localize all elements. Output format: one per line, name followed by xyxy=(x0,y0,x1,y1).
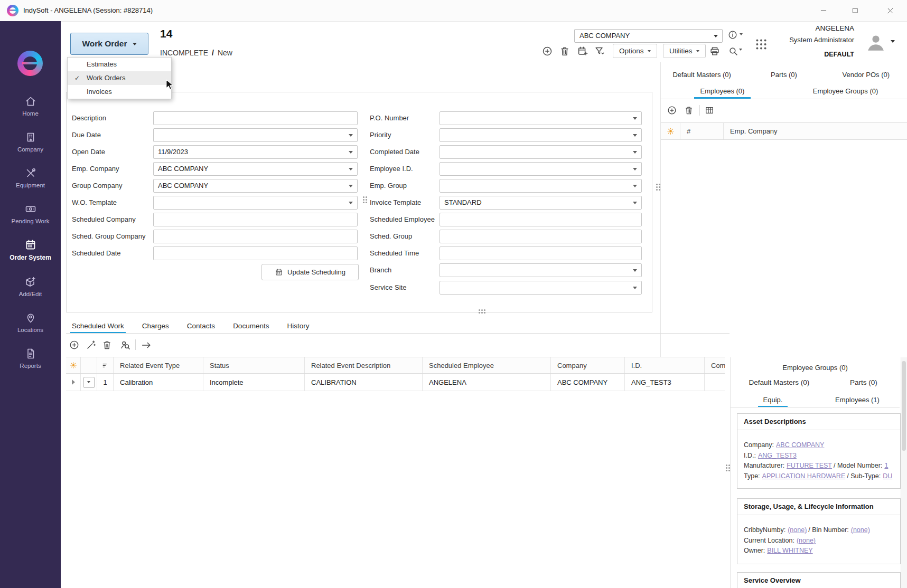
tab-default-masters[interactable]: Default Masters (0) xyxy=(661,68,743,82)
service-site-combo[interactable] xyxy=(440,281,642,295)
tab-documents[interactable]: Documents xyxy=(231,319,270,334)
col-related-event-description[interactable]: Related Event Description xyxy=(305,357,423,373)
info-button[interactable] xyxy=(727,30,738,40)
employees-columns-button[interactable] xyxy=(704,105,715,116)
tab-asset-equip[interactable]: Equip. xyxy=(731,391,815,407)
right-scrollbar-thumb[interactable] xyxy=(902,361,906,451)
sidebar-item-locations[interactable]: Locations xyxy=(0,311,61,333)
asset-company-link[interactable]: ABC COMPANY xyxy=(776,441,824,449)
company-select[interactable]: ABC COMPANY xyxy=(574,29,723,43)
completed-date-combo[interactable] xyxy=(440,145,642,159)
scheduled-employee-input[interactable] xyxy=(440,213,642,226)
sidebar-item-company[interactable]: Company xyxy=(0,131,61,153)
bin-number-link[interactable]: (none) xyxy=(851,526,870,534)
menu-item-invoices[interactable]: Invoices xyxy=(68,85,171,99)
tab-charges[interactable]: Charges xyxy=(141,319,171,334)
sidebar-item-reports[interactable]: Reports xyxy=(0,347,61,369)
sidebar-item-home[interactable]: Home xyxy=(0,95,61,117)
employees-delete-button[interactable] xyxy=(684,105,694,116)
options-button[interactable]: Options xyxy=(613,44,657,58)
menu-item-work-orders[interactable]: ✓ Work Orders xyxy=(68,71,171,85)
sched-group-company-input[interactable] xyxy=(153,230,358,243)
delete-record-button[interactable] xyxy=(559,45,571,57)
tab-contacts[interactable]: Contacts xyxy=(185,319,217,334)
search-button[interactable] xyxy=(727,45,739,57)
horizontal-splitter-grip[interactable] xyxy=(479,309,480,311)
asset-type-link[interactable]: APPLICATION HARDWARE xyxy=(762,472,846,480)
maximize-button[interactable] xyxy=(842,0,868,21)
col-company[interactable]: Company xyxy=(551,357,625,373)
sched-group-input[interactable] xyxy=(440,230,642,243)
tab-asset-employee-groups[interactable]: Employee Groups (0) xyxy=(731,362,900,375)
row-expander-cell[interactable] xyxy=(66,374,81,391)
scheduled-work-delete-button[interactable] xyxy=(101,339,113,350)
owner-link[interactable]: BILL WHITNEY xyxy=(767,547,812,554)
col-com-truncated[interactable]: Com xyxy=(705,357,725,373)
po-number-combo[interactable] xyxy=(440,111,642,125)
tab-employees[interactable]: Employees (0) xyxy=(661,83,784,99)
scheduled-company-input[interactable] xyxy=(153,213,358,226)
row-combo-cell[interactable] xyxy=(81,374,97,391)
tab-asset-parts[interactable]: Parts (0) xyxy=(828,375,900,390)
priority-combo[interactable] xyxy=(440,128,642,142)
calendar-add-button[interactable] xyxy=(577,45,588,57)
col-number[interactable]: # xyxy=(680,123,724,139)
minimize-button[interactable] xyxy=(810,0,837,21)
sidebar-item-add-edit[interactable]: Add/Edit xyxy=(0,276,61,297)
scheduled-work-add-button[interactable] xyxy=(69,339,80,350)
order-type-selector[interactable]: Work Order xyxy=(70,33,148,55)
scheduled-work-send-button[interactable] xyxy=(141,339,152,351)
asset-panel-splitter-grip[interactable] xyxy=(726,464,727,466)
branch-combo[interactable] xyxy=(440,263,642,277)
emp-company-combo[interactable]: ABC COMPANY xyxy=(153,162,358,176)
current-location-link[interactable]: (none) xyxy=(797,537,816,544)
open-date-combo[interactable]: 11/9/2023 xyxy=(153,145,358,159)
right-panel-divider[interactable] xyxy=(660,62,661,357)
col-related-event-type[interactable]: Related Event Type xyxy=(114,357,203,373)
scheduled-work-row[interactable]: 1 Calibration Incomplete CALIBRATION ANG… xyxy=(66,374,725,391)
employees-add-button[interactable] xyxy=(667,105,677,116)
description-input[interactable] xyxy=(153,111,358,125)
settings-cell[interactable] xyxy=(66,357,81,373)
user-avatar[interactable] xyxy=(865,31,887,54)
scheduled-work-edit-button[interactable] xyxy=(86,339,97,350)
employee-id-combo[interactable] xyxy=(440,162,642,176)
asset-subtype-link[interactable]: DU xyxy=(883,472,892,480)
col-emp-company[interactable]: Emp. Company xyxy=(724,123,907,139)
tab-employee-groups[interactable]: Employee Groups (0) xyxy=(784,83,907,99)
update-scheduling-button[interactable]: Update Scheduling xyxy=(261,264,359,280)
sort-col-header[interactable] xyxy=(97,357,114,373)
settings-cell[interactable] xyxy=(661,123,680,139)
group-company-combo[interactable]: ABC COMPANY xyxy=(153,179,358,193)
cribby-link[interactable]: (none) xyxy=(788,526,807,534)
column-splitter-grip[interactable] xyxy=(363,196,364,198)
user-menu-chevron-icon[interactable] xyxy=(891,40,895,43)
print-button[interactable] xyxy=(709,45,721,57)
tab-scheduled-work[interactable]: Scheduled Work xyxy=(70,319,126,334)
tab-asset-employees[interactable]: Employees (1) xyxy=(815,391,900,407)
scheduled-work-person-search-button[interactable] xyxy=(119,339,131,351)
emp-group-combo[interactable] xyxy=(440,179,642,193)
close-button[interactable] xyxy=(874,0,907,21)
sidebar-item-equipment[interactable]: Equipment xyxy=(0,167,61,188)
tab-asset-default-masters[interactable]: Default Masters (0) xyxy=(731,375,828,390)
due-date-combo[interactable] xyxy=(153,128,358,142)
scheduled-date-input[interactable] xyxy=(153,246,358,260)
asset-manufacturer-link[interactable]: FUTURE TEST xyxy=(787,462,832,469)
filter-button[interactable] xyxy=(594,45,605,57)
col-id[interactable]: I.D. xyxy=(625,357,705,373)
tab-parts[interactable]: Parts (0) xyxy=(743,68,825,82)
wo-template-combo[interactable] xyxy=(153,196,358,210)
invoice-template-combo[interactable]: STANDARD xyxy=(440,196,642,210)
add-record-button[interactable] xyxy=(541,45,553,57)
col-scheduled-employee[interactable]: Scheduled Employee xyxy=(423,357,551,373)
sidebar-item-pending-work[interactable]: Pending Work xyxy=(0,203,61,224)
asset-model-link[interactable]: 1 xyxy=(884,462,888,469)
menu-item-estimates[interactable]: Estimates xyxy=(68,58,171,71)
utilities-button[interactable]: Utilities xyxy=(663,44,706,58)
sidebar-item-order-system[interactable]: Order System xyxy=(0,239,61,261)
col-status[interactable]: Status xyxy=(203,357,305,373)
scheduled-time-input[interactable] xyxy=(440,246,642,260)
right-panel-splitter-grip[interactable] xyxy=(656,184,658,185)
tab-history[interactable]: History xyxy=(285,319,311,334)
